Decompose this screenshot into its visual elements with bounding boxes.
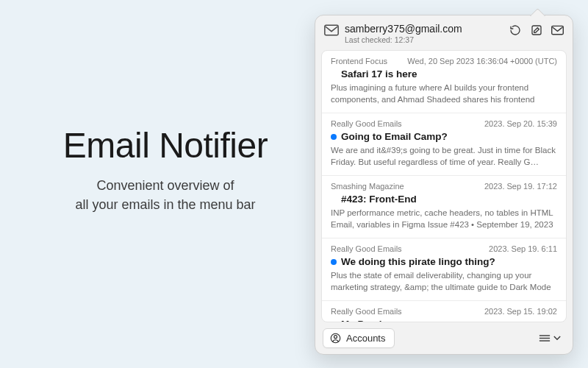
message-sender: Really Good Emails xyxy=(331,119,402,128)
compose-button[interactable] xyxy=(530,24,542,36)
menu-lines-icon xyxy=(539,334,551,342)
message-subject: My Precious xyxy=(341,319,400,322)
notifier-popover: samberry375@gmail.com Last checked: 12:3… xyxy=(315,15,573,355)
mail-icon xyxy=(324,24,339,36)
message-row[interactable]: Smashing Magazine2023. Sep 19. 17:12#423… xyxy=(322,176,566,238)
message-row[interactable]: Really Good Emails2023. Sep 15. 19:02My … xyxy=(322,301,566,322)
message-preview: Plus the state of email deliverability, … xyxy=(331,270,557,293)
svg-point-4 xyxy=(334,336,337,339)
options-menu-button[interactable] xyxy=(534,331,565,345)
message-date: 2023. Sep 20. 15:39 xyxy=(484,119,557,128)
accounts-button[interactable]: Accounts xyxy=(323,328,395,348)
promo-block: Email Notifier Convenient overview of al… xyxy=(29,125,301,214)
message-subject: Going to Email Camp? xyxy=(341,131,448,142)
message-row[interactable]: Really Good Emails2023. Sep 20. 15:39Goi… xyxy=(322,113,566,176)
promo-title: Email Notifier xyxy=(29,125,301,166)
message-sender: Frontend Focus xyxy=(331,57,387,66)
message-date: 2023. Sep 19. 17:12 xyxy=(484,182,557,191)
message-preview: We are and it&#39;s going to be great. J… xyxy=(331,145,557,168)
promo-subtitle: Convenient overview of all your emails i… xyxy=(29,176,301,214)
message-date: Wed, 20 Sep 2023 16:36:04 +0000 (UTC) xyxy=(407,57,557,66)
svg-rect-2 xyxy=(552,26,564,34)
account-email: samberry375@gmail.com xyxy=(345,23,509,35)
message-subject: Safari 17 is here xyxy=(341,68,417,79)
message-sender: Really Good Emails xyxy=(331,244,402,253)
unread-dot-icon xyxy=(331,259,337,265)
person-icon xyxy=(330,333,341,344)
message-sender: Smashing Magazine xyxy=(331,182,404,191)
chevron-down-icon xyxy=(553,336,561,341)
account-info[interactable]: samberry375@gmail.com Last checked: 12:3… xyxy=(345,23,509,44)
message-subject: We doing this pirate lingo thing? xyxy=(341,256,495,267)
message-date: 2023. Sep 19. 6:11 xyxy=(489,244,557,253)
message-date: 2023. Sep 15. 19:02 xyxy=(484,307,557,316)
message-preview: INP performance metric, cache headers, n… xyxy=(331,208,557,230)
message-list: Frontend FocusWed, 20 Sep 2023 16:36:04 … xyxy=(321,50,567,322)
message-preview: Plus imagining a future where AI builds … xyxy=(331,82,557,105)
popover-footer: Accounts xyxy=(315,322,573,354)
last-checked-label: Last checked: 12:37 xyxy=(345,35,509,44)
svg-rect-1 xyxy=(532,26,541,35)
unread-dot-icon xyxy=(331,134,337,140)
refresh-button[interactable] xyxy=(509,24,521,36)
message-row[interactable]: Really Good Emails2023. Sep 19. 6:11We d… xyxy=(322,238,566,301)
svg-rect-0 xyxy=(325,25,338,35)
message-subject: #423: Front-End xyxy=(341,194,417,205)
message-sender: Really Good Emails xyxy=(331,307,402,316)
message-row[interactable]: Frontend FocusWed, 20 Sep 2023 16:36:04 … xyxy=(322,51,566,113)
accounts-label: Accounts xyxy=(346,333,385,344)
open-mail-button[interactable] xyxy=(551,24,564,36)
popover-header: samberry375@gmail.com Last checked: 12:3… xyxy=(315,15,573,50)
